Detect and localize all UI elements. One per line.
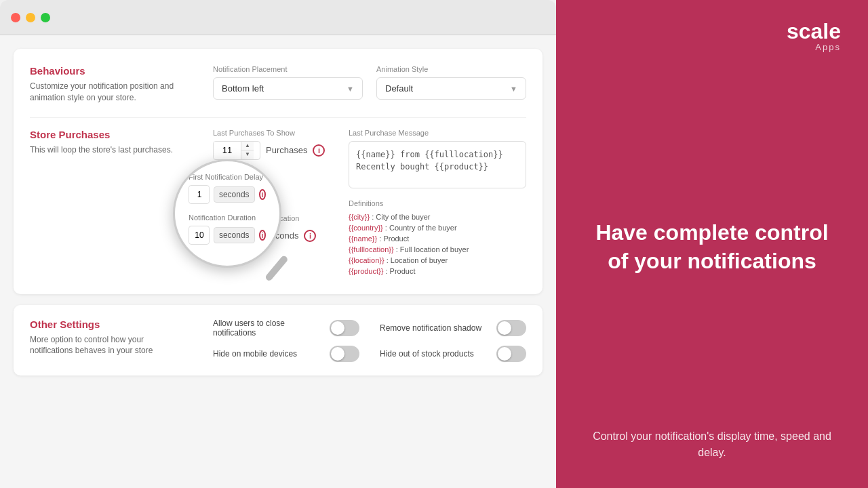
- last-purchases-label: Last Purchases To Show: [213, 129, 335, 137]
- mag-duration-info-icon[interactable]: i: [259, 230, 266, 241]
- toggle-close-switch[interactable]: [330, 320, 359, 336]
- message-textarea[interactable]: {{name}} from {{fulllocation}} Recently …: [349, 141, 526, 188]
- toggle-mobile-switch[interactable]: [330, 346, 359, 362]
- def-location: {{location}} : Location of buyer: [349, 256, 526, 264]
- settings-content: Other Settings More option to control ho…: [30, 319, 526, 362]
- toggle-hide-mobile: Hide on mobile devices: [213, 346, 359, 362]
- last-purchases-info-icon[interactable]: i: [313, 144, 325, 157]
- brand-name: scale: [787, 20, 841, 42]
- behaviours-right: Notification Placement Bottom left ▼ Ani…: [213, 65, 526, 104]
- def-fulllocation: {{fulllocation}} : Full location of buye…: [349, 245, 526, 253]
- placement-value: Bottom left: [222, 83, 264, 94]
- other-settings-card: Other Settings More option to control ho…: [14, 305, 542, 375]
- mag-first-delay-label: First Notification Delay: [189, 173, 266, 181]
- mag-duration-label: Notification Duration: [189, 214, 266, 222]
- toggle-remove-shadow: Remove notification shadow: [380, 319, 526, 338]
- toggle-stock-switch[interactable]: [496, 346, 526, 362]
- settings-left: Other Settings More option to control ho…: [30, 319, 193, 362]
- toggle-close-label: Allow users to close notifications: [213, 319, 330, 338]
- last-purchases-input-row: ▲ ▼ Purchases i: [213, 141, 335, 160]
- magnify-circle: First Notification Delay ▲ ▼ seconds i N…: [173, 159, 281, 268]
- hero-text: Have complete control of your notificati…: [583, 219, 841, 275]
- mag-duration-unit: seconds: [214, 227, 255, 243]
- last-purchases-input[interactable]: ▲ ▼: [213, 141, 260, 160]
- fullscreen-button[interactable]: [41, 13, 50, 22]
- magnify-overlay: First Notification Delay ▲ ▼ seconds i N…: [173, 159, 288, 274]
- mag-duration-row: ▲ ▼ seconds i: [189, 226, 266, 245]
- def-product: {{product}} : Product: [349, 267, 526, 275]
- toggle-shadow-knob: [498, 321, 511, 335]
- sub-text: Control your notification's display time…: [583, 428, 841, 461]
- last-purchases-spinners: ▲ ▼: [241, 142, 254, 159]
- toggle-close-knob: [331, 321, 344, 335]
- def-country: {{country}} : Country of the buyer: [349, 224, 526, 232]
- behaviours-desc: Customize your notification position and…: [30, 81, 179, 104]
- toggle-stock-label: Hide out of stock products: [380, 349, 474, 359]
- placement-dropdown[interactable]: Bottom left ▼: [213, 77, 363, 100]
- behaviours-left: Behaviours Customize your notification p…: [30, 65, 193, 104]
- last-purchases-down[interactable]: ▼: [241, 150, 254, 159]
- toggle-shadow-switch[interactable]: [496, 320, 526, 336]
- last-purchases-up[interactable]: ▲: [241, 142, 254, 150]
- mag-first-delay-value[interactable]: [189, 187, 210, 202]
- mag-first-info-icon[interactable]: i: [259, 189, 266, 200]
- right-panel: scale Apps Have complete control of your…: [556, 0, 868, 488]
- animation-style-field: Animation Style Default ▼: [376, 65, 526, 104]
- traffic-lights: [11, 13, 50, 22]
- mag-duration-input[interactable]: ▲ ▼: [189, 226, 210, 245]
- window-chrome: [0, 0, 556, 35]
- mag-first-delay-unit: seconds: [214, 186, 255, 203]
- placement-chevron-icon: ▼: [347, 85, 354, 93]
- brand-sub: Apps: [787, 42, 841, 52]
- message-label: Last Purchase Message: [349, 129, 526, 137]
- toggle-hide-out-of-stock: Hide out of stock products: [380, 346, 526, 362]
- animation-dropdown[interactable]: Default ▼: [376, 77, 526, 100]
- toggle-stock-knob: [498, 347, 511, 361]
- animation-value: Default: [385, 83, 413, 94]
- def-city: {{city}} : City of the buyer: [349, 213, 526, 221]
- store-purchases-desc: This will loop the store's last purchase…: [30, 144, 179, 156]
- message-definitions-col: Last Purchase Message {{name}} from {{fu…: [349, 129, 526, 278]
- definitions-title: Definitions: [349, 199, 526, 207]
- last-purchases-unit: Purchases: [266, 145, 307, 155]
- settings-toggles: Allow users to close notifications Remov…: [213, 319, 526, 362]
- mag-first-delay-input[interactable]: ▲ ▼: [189, 185, 210, 204]
- time-between-info-icon[interactable]: i: [304, 230, 316, 242]
- definitions-section: Definitions {{city}} : City of the buyer…: [349, 199, 526, 275]
- minimize-button[interactable]: [26, 13, 35, 22]
- store-purchases-title: Store Purchases: [30, 129, 193, 140]
- toggle-shadow-label: Remove notification shadow: [380, 323, 481, 333]
- animation-chevron-icon: ▼: [510, 85, 517, 93]
- close-button[interactable]: [11, 13, 20, 22]
- toggle-mobile-knob: [331, 347, 344, 361]
- brand-logo: scale Apps: [787, 20, 841, 52]
- other-settings-desc: More option to control how your notifica…: [30, 334, 179, 357]
- behaviours-title: Behaviours: [30, 65, 193, 77]
- other-settings-title: Other Settings: [30, 319, 193, 330]
- mag-first-delay-row: ▲ ▼ seconds i: [189, 185, 266, 204]
- last-purchases-value[interactable]: [214, 142, 241, 159]
- def-name: {{name}} : Product: [349, 235, 526, 243]
- toggle-mobile-label: Hide on mobile devices: [213, 349, 297, 359]
- animation-label: Animation Style: [376, 65, 526, 73]
- notification-placement-field: Notification Placement Bottom left ▼: [213, 65, 363, 104]
- placement-label: Notification Placement: [213, 65, 363, 73]
- toggle-close-notifications: Allow users to close notifications: [213, 319, 359, 338]
- store-purchases-left: Store Purchases This will loop the store…: [30, 129, 193, 278]
- mag-duration-value[interactable]: [189, 228, 210, 243]
